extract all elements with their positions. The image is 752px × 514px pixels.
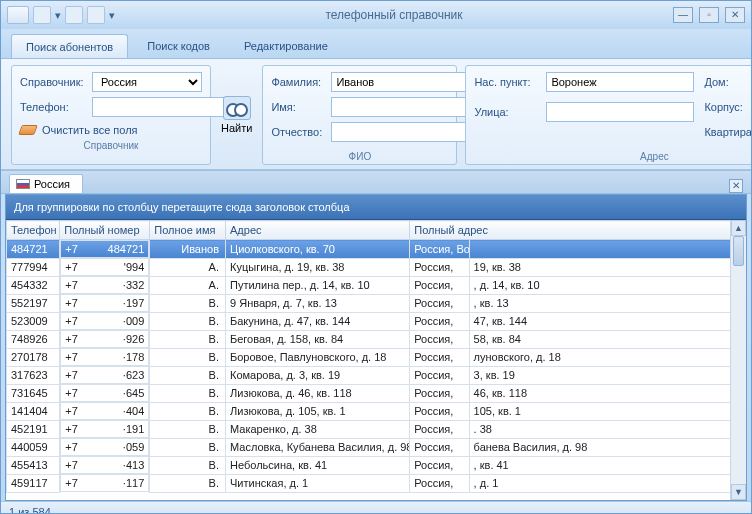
cell: 523009	[7, 312, 60, 330]
restore-button[interactable]: ▫	[699, 7, 719, 23]
toolbar-icon[interactable]	[87, 6, 105, 24]
cell: В.	[150, 474, 226, 492]
cell: 9 Января, д. 7, кв. 13	[226, 294, 410, 312]
dropdown-icon[interactable]: ▾	[55, 9, 61, 22]
street-input[interactable]	[546, 102, 694, 122]
cell: +7·404	[60, 402, 149, 420]
column-header[interactable]: Телефон	[7, 221, 60, 240]
table-row[interactable]: 731645+7·645В.Лизюкова, д. 46, кв. 118Ро…	[7, 384, 746, 402]
cell: Беговая, д. 158, кв. 84	[226, 330, 410, 348]
cell: 270178	[7, 348, 60, 366]
cell: Лизюкова, д. 105, кв. 1	[226, 402, 410, 420]
clear-all-button[interactable]: Очистить все поля	[20, 124, 202, 136]
table-row[interactable]: 552197+7·197В.9 Января, д. 7, кв. 13Росс…	[7, 294, 746, 312]
doctab-close-button[interactable]: ✕	[729, 179, 743, 193]
tab-search-abonents[interactable]: Поиск абонентов	[11, 34, 128, 58]
cell: Россия, Воронеж, Циолковского, кв. 70	[410, 240, 469, 259]
results-grid[interactable]: ТелефонПолный номерПолное имяАдресПолный…	[6, 220, 746, 500]
directory-select[interactable]: Россия	[92, 72, 202, 92]
eraser-icon	[18, 125, 38, 135]
find-button[interactable]: Найти	[219, 65, 254, 165]
column-header[interactable]: Адрес	[226, 221, 410, 240]
street-label: Улица:	[474, 106, 542, 118]
cell: Комарова, д. 3, кв. 19	[226, 366, 410, 384]
city-input[interactable]	[546, 72, 694, 92]
scrollbar[interactable]: ▲ ▼	[730, 220, 746, 500]
patronymic-input[interactable]	[331, 122, 479, 142]
cell: Масловка, Кубанева Василия, д. 98	[226, 438, 410, 456]
scroll-thumb[interactable]	[733, 236, 744, 266]
column-header[interactable]: Полный адрес	[410, 221, 746, 240]
table-row[interactable]: 317623+7·623В.Комарова, д. 3, кв. 19Росс…	[7, 366, 746, 384]
status-text: 1 из 584	[9, 506, 51, 515]
cell: 552197	[7, 294, 60, 312]
column-header[interactable]: Полный номер	[60, 221, 150, 240]
cell: В.	[150, 456, 226, 474]
phone-label: Телефон:	[20, 101, 88, 113]
cell: , кв. 13	[469, 294, 745, 312]
close-button[interactable]: ✕	[725, 7, 745, 23]
cell: Россия,	[410, 474, 469, 492]
table-row[interactable]: 777994+7'994А.Куцыгина, д. 19, кв. 38Рос…	[7, 258, 746, 276]
cell: В.	[150, 384, 226, 402]
cell: Россия,	[410, 420, 469, 438]
table-row[interactable]: 454332+7·332А.Путилина пер., д. 14, кв. …	[7, 276, 746, 294]
table-row[interactable]: 440059+7·059В.Масловка, Кубанева Василия…	[7, 438, 746, 456]
cell: Читинская, д. 1	[226, 474, 410, 492]
table-row[interactable]: 523009+7·009В.Бакунина, д. 47, кв. 144Ро…	[7, 312, 746, 330]
group-footer: ФИО	[271, 151, 448, 162]
ribbon-tabs: Поиск абонентов Поиск кодов Редактирован…	[1, 29, 751, 59]
cell: В.	[150, 330, 226, 348]
table-row[interactable]: 459117+7·117В.Читинская, д. 1Россия,, д.…	[7, 474, 746, 492]
table-row[interactable]: 141404+7·404В.Лизюкова, д. 105, кв. 1Рос…	[7, 402, 746, 420]
cell: В.	[150, 294, 226, 312]
cell: Бакунина, д. 47, кв. 144	[226, 312, 410, 330]
tab-search-codes[interactable]: Поиск кодов	[132, 33, 225, 58]
cell: Путилина пер., д. 14, кв. 10	[226, 276, 410, 294]
search-panel: Справочник: Россия Телефон: Очистить все…	[1, 59, 751, 170]
table-row[interactable]: 452191+7·191В.Макаренко, д. 38Россия,. 3…	[7, 420, 746, 438]
tab-edit[interactable]: Редактирование	[229, 33, 343, 58]
clear-all-label: Очистить все поля	[42, 124, 138, 136]
cell: 58, кв. 84	[469, 330, 745, 348]
table-row[interactable]: 455413+7·413В.Небольсина, кв. 41Россия,,…	[7, 456, 746, 474]
korpus-label: Корпус:	[704, 101, 752, 113]
cell: 141404	[7, 402, 60, 420]
phone-input[interactable]	[92, 97, 240, 117]
cell: Небольсина, кв. 41	[226, 456, 410, 474]
cell: А.	[150, 276, 226, 294]
column-header[interactable]: Полное имя	[150, 221, 226, 240]
flat-label: Квартира:	[704, 126, 752, 138]
directory-label: Справочник:	[20, 76, 88, 88]
group-fio: Фамилия: Имя: Отчество: ФИО	[262, 65, 457, 165]
cell: Куцыгина, д. 19, кв. 38	[226, 258, 410, 276]
cell: В.	[150, 402, 226, 420]
cell: Россия,	[410, 330, 469, 348]
scroll-up-icon[interactable]: ▲	[731, 220, 746, 236]
minimize-button[interactable]: —	[673, 7, 693, 23]
window-title: телефонный справочник	[115, 8, 673, 22]
cell: 731645	[7, 384, 60, 402]
group-footer: Адрес	[474, 151, 752, 162]
cell: Россия,	[410, 438, 469, 456]
table-row[interactable]: 270178+7·178В.Боровое, Павлуновского, д.…	[7, 348, 746, 366]
patronymic-label: Отчество:	[271, 126, 327, 138]
name-input[interactable]	[331, 97, 479, 117]
doctab-russia[interactable]: Россия	[9, 174, 83, 193]
cell: 459117	[7, 474, 60, 492]
cell: В.	[150, 438, 226, 456]
cell: 46, кв. 118	[469, 384, 745, 402]
table-row[interactable]: 484721+7484721ИвановЦиолковского, кв. 70…	[7, 240, 746, 259]
scroll-down-icon[interactable]: ▼	[731, 484, 746, 500]
cell: Россия,	[410, 294, 469, 312]
toolbar-icon[interactable]	[33, 6, 51, 24]
cell: Иванов	[150, 240, 226, 259]
cell: Россия,	[410, 276, 469, 294]
cell: 440059	[7, 438, 60, 456]
group-hint[interactable]: Для группировки по столбцу перетащите сю…	[6, 195, 746, 220]
cell: Боровое, Павлуновского, д. 18	[226, 348, 410, 366]
lastname-input[interactable]	[331, 72, 479, 92]
toolbar-icon[interactable]	[65, 6, 83, 24]
table-row[interactable]: 748926+7·926В.Беговая, д. 158, кв. 84Рос…	[7, 330, 746, 348]
cell: 105, кв. 1	[469, 402, 745, 420]
